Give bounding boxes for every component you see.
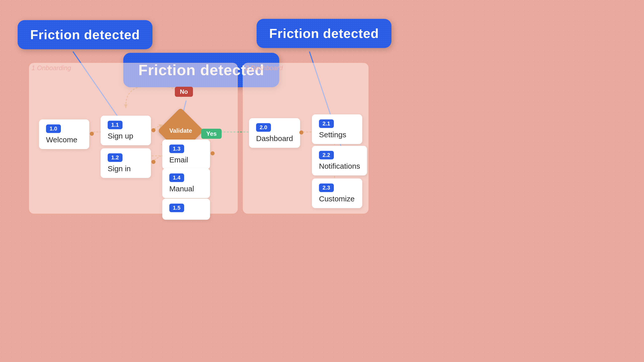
node-1-1[interactable]: 1.1 Sign up — [101, 116, 151, 145]
node-2-1[interactable]: 2.1 Settings — [312, 114, 362, 144]
node-2-3[interactable]: 2.3 Customize — [312, 178, 362, 208]
node-1-2[interactable]: 1.2 Sign in — [101, 148, 151, 178]
friction-bubble-right: Friction detected — [257, 19, 391, 48]
connector-dot-signin — [151, 160, 155, 164]
node-2-0[interactable]: 2.0 Dashboard — [249, 118, 300, 148]
friction-bubble-left: Friction detected — [18, 20, 152, 49]
node-1-3[interactable]: 1.3 Email — [162, 140, 210, 169]
node-1-5[interactable]: 1.5 — [162, 199, 210, 220]
connector-dot-email — [211, 151, 215, 155]
no-badge: No — [175, 87, 193, 97]
node-1-0[interactable]: 1.0 Welcome — [39, 119, 89, 149]
connector-dot-dashboard — [299, 130, 303, 134]
connector-dot-signup — [151, 128, 155, 132]
connector-dot-welcome — [90, 132, 94, 136]
yes-badge: Yes — [201, 129, 222, 139]
node-2-2[interactable]: 2.2 Notifications — [312, 146, 367, 175]
node-1-4[interactable]: 1.4 Manual — [162, 168, 210, 198]
